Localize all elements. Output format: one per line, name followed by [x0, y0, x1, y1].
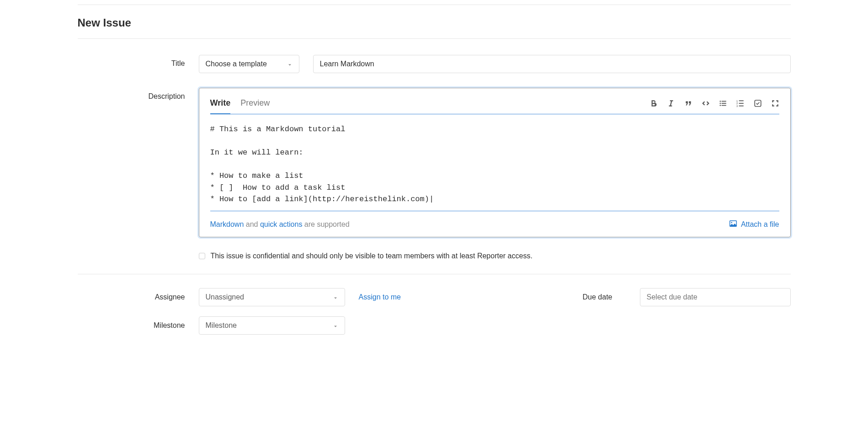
svg-rect-1 — [721, 101, 726, 102]
quote-icon[interactable] — [684, 99, 692, 107]
template-dropdown-text: Choose a template — [206, 60, 274, 68]
svg-text:3: 3 — [736, 105, 738, 107]
chevron-down-icon — [333, 294, 338, 300]
milestone-label: Milestone — [78, 321, 199, 330]
attach-file-label: Attach a file — [741, 220, 779, 229]
description-row: Description Write Preview — [78, 88, 791, 237]
svg-rect-3 — [721, 103, 726, 104]
editor-footer-help: Markdown and quick actions are supported — [210, 220, 350, 229]
fullscreen-icon[interactable] — [771, 99, 779, 107]
svg-point-14 — [731, 222, 732, 223]
svg-rect-5 — [721, 105, 726, 106]
svg-rect-7 — [739, 100, 743, 101]
task-list-icon[interactable] — [754, 99, 762, 107]
description-editor: Write Preview — [199, 88, 791, 237]
attach-file-button[interactable]: Attach a file — [729, 219, 779, 230]
assign-to-me-button[interactable]: Assign to me — [359, 293, 401, 301]
image-icon — [729, 219, 737, 230]
tab-preview[interactable]: Preview — [240, 96, 270, 114]
chevron-down-icon — [333, 323, 338, 328]
milestone-dropdown-text: Milestone — [206, 321, 237, 330]
svg-point-2 — [719, 103, 721, 104]
assignee-dropdown[interactable]: Unassigned — [199, 288, 345, 306]
page-title: New Issue — [78, 14, 791, 38]
italic-icon[interactable] — [667, 99, 675, 107]
ordered-list-icon[interactable]: 123 — [736, 99, 745, 107]
svg-rect-9 — [739, 103, 743, 104]
template-dropdown[interactable]: Choose a template — [199, 55, 299, 73]
svg-point-4 — [719, 105, 721, 106]
confidential-row: This issue is confidential and should on… — [78, 252, 791, 274]
assignee-label: Assignee — [78, 293, 199, 301]
unordered-list-icon[interactable] — [719, 99, 727, 107]
confidential-label: This issue is confidential and should on… — [211, 252, 533, 260]
chevron-down-icon — [287, 61, 293, 67]
title-row: Title Choose a template — [78, 55, 791, 73]
svg-rect-11 — [739, 106, 743, 107]
title-label: Title — [78, 55, 199, 68]
title-input[interactable] — [313, 55, 791, 73]
code-icon[interactable] — [702, 99, 710, 107]
bold-icon[interactable] — [650, 99, 658, 107]
tab-write[interactable]: Write — [210, 96, 231, 115]
svg-point-0 — [719, 101, 721, 102]
milestone-dropdown[interactable]: Milestone — [199, 316, 345, 335]
description-textarea[interactable] — [210, 114, 779, 211]
quick-actions-link[interactable]: quick actions — [260, 220, 303, 228]
markdown-link[interactable]: Markdown — [210, 220, 244, 228]
assignee-dropdown-text: Unassigned — [206, 293, 245, 301]
due-date-label: Due date — [583, 293, 612, 301]
description-label: Description — [78, 88, 199, 101]
confidential-checkbox[interactable] — [199, 253, 205, 259]
due-date-input[interactable] — [640, 288, 791, 306]
